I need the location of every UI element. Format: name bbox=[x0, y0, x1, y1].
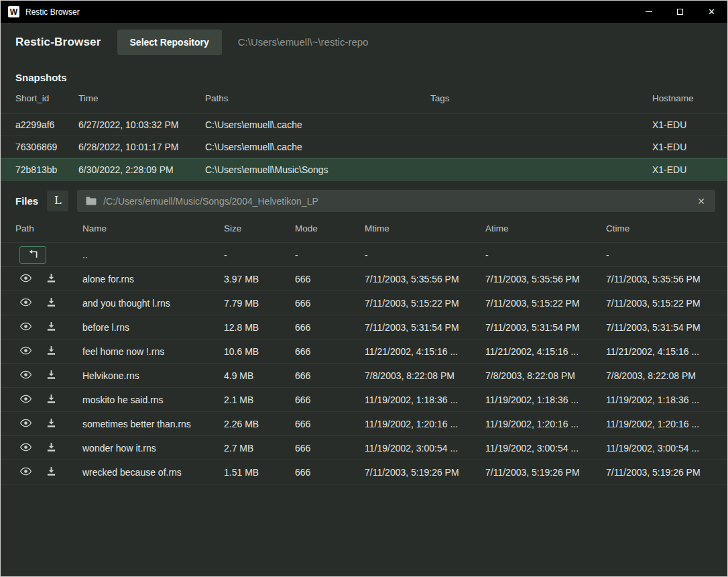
file-atime: 11/19/2002, 1:20:16 ... bbox=[485, 419, 606, 429]
download-file-button[interactable] bbox=[46, 346, 56, 358]
file-mode: 666 bbox=[295, 298, 365, 309]
file-name: wonder how it.rns bbox=[82, 443, 224, 454]
close-button[interactable]: ✕ bbox=[696, 1, 727, 23]
file-mtime: 11/21/2002, 4:15:16 ... bbox=[365, 346, 485, 357]
eye-icon bbox=[19, 394, 32, 406]
download-icon bbox=[46, 418, 56, 430]
col-tags: Tags bbox=[430, 93, 652, 103]
snapshot-hostname: X1-EDU bbox=[652, 164, 713, 175]
snapshots-heading: Snapshots bbox=[1, 72, 727, 83]
files-table-header: Path Name Size Mode Mtime Atime Ctime bbox=[1, 215, 727, 243]
download-file-button[interactable] bbox=[46, 394, 56, 406]
col-time: Time bbox=[78, 93, 205, 103]
snapshot-time: 6/28/2022, 10:01:17 PM bbox=[78, 142, 205, 152]
snapshot-row[interactable]: 72b813bb 6/30/2022, 2:28:09 PM C:\Users\… bbox=[1, 158, 727, 180]
file-atime: 7/11/2003, 5:31:54 PM bbox=[485, 322, 606, 333]
preview-file-button[interactable] bbox=[19, 418, 32, 430]
file-size: 12.8 MB bbox=[224, 322, 295, 333]
clear-path-button[interactable]: ✕ bbox=[696, 196, 707, 207]
clear-path-icon: ✕ bbox=[697, 196, 705, 207]
file-size: 7.79 MB bbox=[224, 298, 295, 309]
col-paths: Paths bbox=[205, 93, 430, 103]
col-mode: Mode bbox=[295, 223, 365, 233]
snapshot-short-id: 76306869 bbox=[15, 142, 78, 152]
file-row: before l.rns 12.8 MB 666 7/11/2003, 5:31… bbox=[1, 315, 727, 339]
go-up-button[interactable] bbox=[19, 246, 46, 264]
preview-file-button[interactable] bbox=[19, 321, 32, 333]
files-table-body: .. - - - - - alone for.rns 3 bbox=[1, 243, 727, 576]
file-mtime: 11/19/2002, 1:20:16 ... bbox=[365, 419, 485, 429]
app-logo-icon: W bbox=[8, 6, 19, 17]
download-icon bbox=[46, 466, 56, 478]
file-row: wonder how it.rns 2.7 MB 666 11/19/2002,… bbox=[1, 436, 727, 460]
file-name: wrecked because of.rns bbox=[82, 467, 224, 478]
preview-file-button[interactable] bbox=[19, 394, 32, 406]
files-path-bar[interactable]: /C:/Users/emuell/Music/Songs/2004_Helvet… bbox=[77, 190, 715, 212]
download-file-button[interactable] bbox=[46, 321, 56, 333]
file-size: 2.1 MB bbox=[224, 395, 295, 405]
snapshot-hostname: X1-EDU bbox=[652, 119, 713, 130]
snapshot-row[interactable]: a2299af6 6/27/2022, 10:03:32 PM C:\Users… bbox=[1, 114, 727, 136]
file-mode: 666 bbox=[295, 322, 365, 333]
col-name: Name bbox=[82, 223, 224, 233]
download-file-button[interactable] bbox=[46, 273, 56, 285]
repository-path[interactable]: C:\Users\emuell\~\restic-repo bbox=[238, 36, 369, 48]
download-file-button[interactable] bbox=[46, 418, 56, 430]
parent-dir-mtime: - bbox=[365, 250, 485, 260]
select-repository-button[interactable]: Select Repository bbox=[117, 30, 222, 55]
snapshots-table-body: a2299af6 6/27/2022, 10:03:32 PM C:\Users… bbox=[1, 114, 727, 180]
file-row: and you thought l.rns 7.79 MB 666 7/11/2… bbox=[1, 291, 727, 315]
tree-view-icon: L bbox=[54, 194, 62, 207]
file-name: moskito he said.rns bbox=[82, 395, 224, 405]
minimize-icon bbox=[646, 11, 652, 12]
preview-file-button[interactable] bbox=[19, 273, 32, 285]
file-ctime: 7/11/2003, 5:35:56 PM bbox=[606, 274, 713, 284]
download-icon bbox=[46, 394, 56, 406]
eye-icon bbox=[19, 321, 32, 333]
preview-file-button[interactable] bbox=[19, 442, 32, 454]
col-ctime: Ctime bbox=[606, 223, 713, 233]
file-name: Helvikone.rns bbox=[82, 370, 224, 381]
parent-dir-mode: - bbox=[295, 250, 365, 260]
file-size: 10.6 MB bbox=[224, 346, 295, 357]
file-ctime: 11/19/2002, 1:20:16 ... bbox=[606, 419, 713, 429]
app-title: Restic-Browser bbox=[15, 36, 101, 49]
file-atime: 11/19/2002, 1:18:36 ... bbox=[485, 395, 606, 405]
snapshot-paths: C:\Users\emuell\.cache bbox=[205, 142, 430, 152]
file-ctime: 7/8/2003, 8:22:08 PM bbox=[606, 370, 713, 381]
file-atime: 7/11/2003, 5:35:56 PM bbox=[485, 274, 606, 284]
eye-icon bbox=[19, 297, 32, 309]
download-file-button[interactable] bbox=[46, 442, 56, 454]
maximize-button[interactable] bbox=[664, 1, 696, 23]
maximize-icon bbox=[677, 9, 683, 15]
snapshot-row[interactable]: 76306869 6/28/2022, 10:01:17 PM C:\Users… bbox=[1, 136, 727, 158]
file-mtime: 7/11/2003, 5:35:56 PM bbox=[365, 274, 485, 284]
download-file-button[interactable] bbox=[46, 370, 56, 382]
file-size: 4.9 MB bbox=[224, 370, 295, 381]
download-icon bbox=[46, 321, 56, 333]
snapshot-short-id: 72b813bb bbox=[15, 164, 78, 175]
preview-file-button[interactable] bbox=[19, 466, 32, 478]
file-mtime: 7/11/2003, 5:31:54 PM bbox=[365, 322, 485, 333]
file-mode: 666 bbox=[295, 346, 365, 357]
file-rows: alone for.rns 3.97 MB 666 7/11/2003, 5:3… bbox=[1, 267, 727, 484]
preview-file-button[interactable] bbox=[19, 297, 32, 309]
file-atime: 7/8/2003, 8:22:08 PM bbox=[485, 370, 606, 381]
download-icon bbox=[46, 370, 56, 382]
download-file-button[interactable] bbox=[46, 466, 56, 478]
file-row: feel home now !.rns 10.6 MB 666 11/21/20… bbox=[1, 339, 727, 364]
snapshot-paths: C:\Users\emuell\Music\Songs bbox=[205, 164, 430, 175]
tree-view-toggle-button[interactable]: L bbox=[47, 191, 68, 211]
file-atime: 7/11/2003, 5:15:22 PM bbox=[485, 298, 606, 309]
snapshot-hostname: X1-EDU bbox=[652, 142, 713, 152]
download-file-button[interactable] bbox=[46, 297, 56, 309]
window-controls: ✕ bbox=[633, 1, 727, 23]
file-ctime: 11/21/2002, 4:15:16 ... bbox=[606, 346, 713, 357]
preview-file-button[interactable] bbox=[19, 370, 32, 382]
minimize-button[interactable] bbox=[633, 1, 664, 23]
parent-dir-size: - bbox=[224, 250, 295, 260]
preview-file-button[interactable] bbox=[19, 346, 32, 358]
snapshot-paths: C:\Users\emuell\.cache bbox=[205, 119, 430, 130]
file-ctime: 7/11/2003, 5:15:22 PM bbox=[606, 298, 713, 309]
file-row: alone for.rns 3.97 MB 666 7/11/2003, 5:3… bbox=[1, 267, 727, 291]
